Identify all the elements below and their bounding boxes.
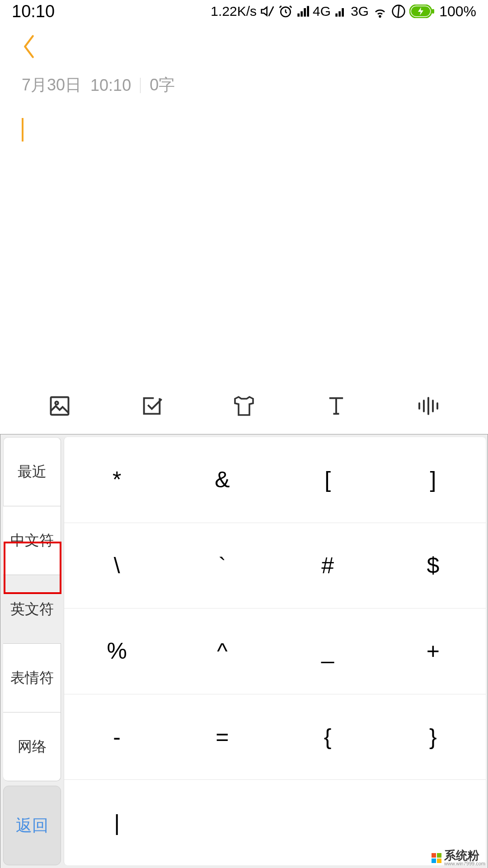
- network-type-2: 3G: [351, 4, 369, 19]
- svg-rect-7: [51, 397, 69, 415]
- tab-emoji[interactable]: 表情符: [3, 644, 61, 712]
- watermark-logo-icon: [432, 853, 441, 863]
- key-hyphen[interactable]: -: [64, 694, 169, 780]
- battery-percentage: 100%: [439, 3, 476, 20]
- key-rbracket[interactable]: ]: [380, 437, 486, 523]
- symbol-keyboard: 最近 中文符 英文符 表情符 网络 返回 * & [ ] \ ` # $ % ^…: [0, 434, 488, 868]
- key-hash[interactable]: #: [275, 523, 380, 609]
- key-underscore[interactable]: _: [275, 609, 380, 694]
- note-edit-area[interactable]: [0, 96, 488, 349]
- watermark: 系统粉 www.win7999.com: [429, 848, 488, 868]
- word-count: 0字: [150, 74, 175, 96]
- wifi-icon: [372, 4, 388, 19]
- keyboard-grid: * & [ ] \ ` # $ % ^ _ + - = { } |: [64, 437, 486, 865]
- key-ampersand[interactable]: &: [169, 437, 275, 523]
- key-plus[interactable]: +: [380, 609, 486, 694]
- key-asterisk[interactable]: *: [64, 437, 169, 523]
- voice-button[interactable]: [410, 388, 446, 424]
- svg-point-8: [55, 401, 58, 405]
- svg-point-2: [380, 16, 381, 17]
- note-toolbar: [0, 381, 488, 431]
- watermark-sub: www.win7999.com: [444, 861, 485, 866]
- note-meta: 7月30日 10:10 0字: [0, 72, 488, 96]
- key-backtick[interactable]: `: [169, 523, 275, 609]
- back-button[interactable]: [19, 33, 39, 61]
- dnd-icon: [391, 4, 406, 19]
- svg-line-0: [269, 6, 274, 16]
- key-backslash[interactable]: \: [64, 523, 169, 609]
- battery-charging-icon: [409, 5, 435, 18]
- signal-icon: [296, 5, 309, 18]
- key-caret[interactable]: ^: [169, 609, 275, 694]
- key-percent[interactable]: %: [64, 609, 169, 694]
- signal-icon-2: [334, 5, 347, 18]
- alarm-icon: [278, 4, 293, 19]
- key-empty-1[interactable]: [169, 780, 275, 865]
- tab-english-symbols[interactable]: 英文符: [3, 575, 61, 644]
- keyboard-category-sidebar: 最近 中文符 英文符 表情符 网络 返回: [0, 434, 64, 868]
- status-time: 10:10: [12, 2, 55, 21]
- tab-recent[interactable]: 最近: [3, 437, 61, 506]
- key-lbrace[interactable]: {: [275, 694, 380, 780]
- image-button[interactable]: [42, 388, 78, 424]
- note-time: 10:10: [90, 76, 131, 95]
- key-lbracket[interactable]: [: [275, 437, 380, 523]
- key-empty-2[interactable]: [275, 780, 380, 865]
- mute-icon: [260, 4, 275, 19]
- keyboard-return-button[interactable]: 返回: [3, 786, 61, 865]
- checklist-button[interactable]: [134, 388, 170, 424]
- watermark-main: 系统粉: [444, 849, 479, 861]
- status-bar: 10:10 1.22K/s 4G 3G 100%: [0, 0, 488, 23]
- svg-rect-5: [432, 9, 434, 14]
- text-style-button[interactable]: [318, 388, 354, 424]
- meta-separator: [140, 78, 141, 93]
- tab-chinese-symbols[interactable]: 中文符: [3, 506, 61, 575]
- key-dollar[interactable]: $: [380, 523, 486, 609]
- theme-button[interactable]: [226, 388, 262, 424]
- app-header: [0, 23, 488, 72]
- network-speed: 1.22K/s: [211, 4, 257, 19]
- network-type-1: 4G: [313, 4, 331, 19]
- key-pipe[interactable]: |: [64, 780, 169, 865]
- tab-network[interactable]: 网络: [3, 712, 61, 781]
- text-cursor: [22, 118, 23, 142]
- status-right: 1.22K/s 4G 3G 100%: [211, 3, 476, 20]
- note-date: 7月30日: [22, 74, 81, 96]
- key-rbrace[interactable]: }: [380, 694, 486, 780]
- key-equals[interactable]: =: [169, 694, 275, 780]
